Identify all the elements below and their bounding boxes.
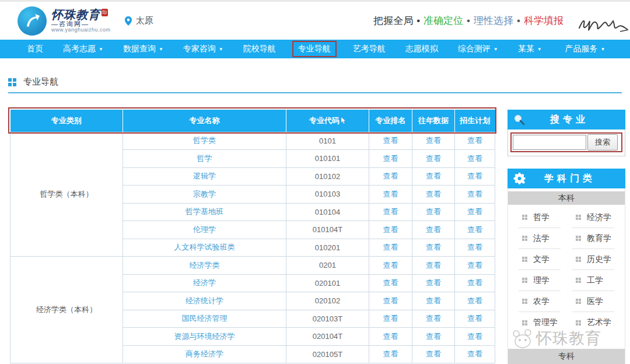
view-link-plan[interactable]: 查看: [467, 296, 482, 305]
view-link-history[interactable]: 查看: [426, 349, 441, 358]
view-link-rank[interactable]: 查看: [383, 154, 398, 163]
view-link-history[interactable]: 查看: [426, 332, 441, 341]
view-cell-plan: 查看: [455, 203, 495, 221]
search-input[interactable]: [513, 135, 586, 150]
category-item-工学[interactable]: 工学: [572, 270, 614, 291]
view-link-history[interactable]: 查看: [426, 261, 441, 270]
gear-icon: [513, 172, 526, 185]
view-link-history[interactable]: 查看: [426, 207, 441, 216]
nav-item-产品服务[interactable]: 产品服务▼: [562, 41, 609, 57]
view-link-plan[interactable]: 查看: [467, 278, 482, 287]
view-link-rank[interactable]: 查看: [383, 207, 398, 216]
nav-item-高考志愿[interactable]: 高考志愿▼: [60, 41, 107, 57]
major-name-link[interactable]: 经济统计学: [186, 296, 223, 305]
view-link-rank[interactable]: 查看: [383, 261, 398, 270]
major-name-link[interactable]: 哲学: [197, 154, 212, 163]
view-cell-plan: 查看: [455, 274, 495, 292]
view-link-plan[interactable]: 查看: [467, 136, 482, 145]
category-item-理学[interactable]: 理学: [519, 270, 561, 291]
category-item-历史学[interactable]: 历史学: [572, 249, 614, 270]
view-link-plan[interactable]: 查看: [467, 172, 482, 180]
mini-grid-icon: [522, 320, 527, 326]
major-name-link[interactable]: 哲学基地班: [186, 207, 223, 216]
category-item-艺术学[interactable]: 艺术学: [572, 312, 614, 333]
view-link-history[interactable]: 查看: [426, 136, 441, 145]
view-link-rank[interactable]: 查看: [383, 278, 398, 287]
view-link-plan[interactable]: 查看: [467, 225, 482, 234]
view-link-history[interactable]: 查看: [426, 154, 441, 163]
mini-grid-icon: [522, 278, 527, 283]
view-link-plan[interactable]: 查看: [467, 261, 482, 270]
view-link-plan[interactable]: 查看: [467, 207, 482, 216]
category-item-文学[interactable]: 文学: [519, 249, 561, 270]
view-link-rank[interactable]: 查看: [383, 225, 398, 234]
view-cell-history: 查看: [412, 345, 455, 363]
benke-section-bar[interactable]: 本科: [508, 191, 625, 205]
view-link-rank[interactable]: 查看: [383, 296, 398, 305]
view-cell-plan: 查看: [455, 239, 495, 257]
category-item-管理学[interactable]: 管理学: [519, 312, 561, 333]
nav-item-某某[interactable]: 某某▼: [514, 41, 545, 57]
view-link-history[interactable]: 查看: [426, 225, 441, 234]
view-link-history[interactable]: 查看: [426, 243, 441, 251]
view-cell-history: 查看: [412, 257, 455, 275]
view-link-plan[interactable]: 查看: [467, 349, 482, 358]
search-button[interactable]: 搜索: [587, 134, 618, 150]
major-name-cell: 伦理学: [123, 221, 286, 239]
category-item-哲学[interactable]: 哲学: [519, 207, 561, 228]
nav-item-首页[interactable]: 首页: [23, 41, 47, 57]
nav-item-院校导航[interactable]: 院校导航: [240, 41, 279, 57]
major-name-link[interactable]: 宗教学: [193, 190, 216, 198]
zhuanke-section-bar[interactable]: 专科: [508, 349, 625, 364]
category-item-经济学[interactable]: 经济学: [572, 207, 614, 228]
major-name-link[interactable]: 逻辑学: [193, 172, 216, 180]
view-cell-history: 查看: [412, 186, 455, 204]
category-item-农学[interactable]: 农学: [519, 291, 561, 312]
nav-item-label: 高考志愿: [63, 44, 96, 54]
view-cell-history: 查看: [412, 150, 455, 168]
view-link-rank[interactable]: 查看: [383, 332, 398, 341]
major-code-cell: 020104T: [286, 328, 369, 346]
category-item-教育学[interactable]: 教育学: [572, 228, 614, 249]
category-item-法学[interactable]: 法学: [519, 228, 561, 249]
nav-item-专家咨询[interactable]: 专家咨询▼: [180, 41, 227, 57]
view-link-rank[interactable]: 查看: [383, 190, 398, 198]
view-link-rank[interactable]: 查看: [383, 349, 398, 358]
view-link-plan[interactable]: 查看: [467, 190, 482, 198]
table-body: 哲学类（本科）哲学类0101查看查看查看哲学010101查看查看查看逻辑学010…: [10, 132, 495, 363]
nav-item-数据查询[interactable]: 数据查询▼: [120, 41, 167, 57]
major-name-link[interactable]: 经济学类: [190, 261, 220, 270]
mini-grid-icon: [576, 257, 581, 262]
category-item-医学[interactable]: 医学: [572, 291, 614, 312]
site-logo[interactable]: 怀珠教育印 —咨询网— www.yanghuaizhu.com: [18, 6, 111, 36]
view-link-rank[interactable]: 查看: [383, 136, 398, 145]
view-cell-plan: 查看: [455, 328, 495, 346]
location-selector[interactable]: 太原: [124, 15, 153, 26]
view-link-history[interactable]: 查看: [426, 278, 441, 287]
major-name-link[interactable]: 哲学类: [193, 136, 216, 145]
nav-item-志愿模拟[interactable]: 志愿模拟: [402, 41, 442, 57]
column-header-招生计划: 招生计划: [455, 110, 495, 132]
view-cell-history: 查看: [412, 274, 455, 292]
table-row: 哲学类（本科）哲学类0101查看查看查看: [10, 132, 495, 150]
view-link-history[interactable]: 查看: [426, 314, 441, 323]
view-link-history[interactable]: 查看: [426, 172, 441, 180]
view-link-rank[interactable]: 查看: [383, 243, 398, 251]
major-name-link[interactable]: 人文科学试验班类: [174, 243, 235, 251]
view-link-plan[interactable]: 查看: [467, 154, 482, 163]
view-link-plan[interactable]: 查看: [467, 314, 482, 323]
major-name-link[interactable]: 商务经济学: [186, 349, 223, 358]
view-link-history[interactable]: 查看: [426, 296, 441, 305]
nav-item-艺考导航[interactable]: 艺考导航: [349, 41, 389, 57]
nav-item-专业导航[interactable]: 专业导航: [292, 41, 337, 57]
major-name-link[interactable]: 经济学: [193, 278, 216, 287]
major-name-link[interactable]: 国民经济管理: [182, 314, 228, 323]
nav-item-综合测评[interactable]: 综合测评▼: [454, 41, 502, 57]
view-link-plan[interactable]: 查看: [467, 332, 482, 341]
major-name-link[interactable]: 资源与环境经济学: [174, 332, 235, 341]
view-link-history[interactable]: 查看: [426, 190, 441, 198]
view-link-rank[interactable]: 查看: [383, 172, 398, 180]
view-link-rank[interactable]: 查看: [383, 314, 398, 323]
major-name-link[interactable]: 伦理学: [193, 225, 216, 234]
view-link-plan[interactable]: 查看: [467, 243, 482, 251]
